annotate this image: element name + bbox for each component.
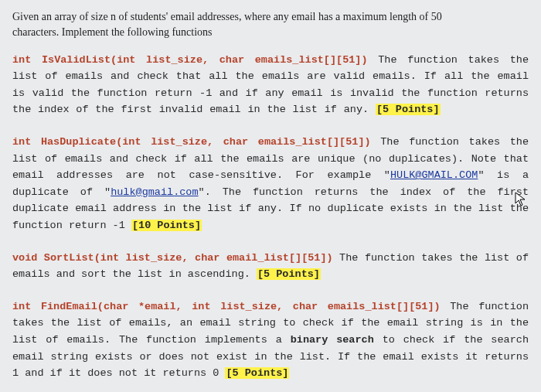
function-block-3: void SortList(int list_size, char email_… — [12, 250, 529, 283]
function-block-4: int FindEmail(char *email, int list_size… — [12, 298, 529, 382]
points-3: [5 Points] — [257, 268, 321, 280]
function-signature-2: int HasDuplicate(int list_size, char ema… — [12, 136, 371, 148]
function-signature-1: int IsValidList(int list_size, char emai… — [12, 54, 368, 66]
function-signature-3: void SortList(int list_size, char email_… — [12, 252, 333, 264]
function-signature-4: int FindEmail(char *email, int list_size… — [12, 301, 441, 312]
email-link-upper: HULK@GMAIL.COM — [390, 169, 478, 181]
points-2: [10 Points] — [131, 220, 202, 231]
intro-line-2: characters. Implement the following func… — [12, 26, 213, 38]
intro-line-1: Given an array of size n of students' em… — [12, 11, 442, 22]
function-block-2: int HasDuplicate(int list_size, char ema… — [12, 134, 529, 234]
points-1: [5 Points] — [376, 104, 441, 115]
intro-text: Given an array of size n of students' em… — [12, 9, 529, 41]
binary-search-bold: binary search — [291, 334, 374, 346]
email-link-lower: hulk@gmail.com — [111, 186, 198, 198]
function-block-1: int IsValidList(int list_size, char emai… — [12, 52, 529, 118]
points-4: [5 Points] — [225, 367, 289, 379]
